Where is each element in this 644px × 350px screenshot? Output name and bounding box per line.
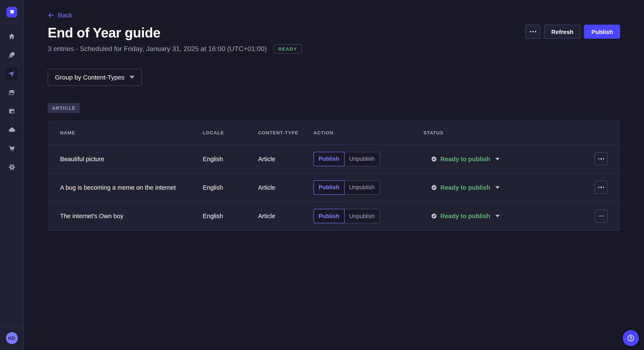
row-actions <box>594 209 608 223</box>
column-header-locale: LOCALE <box>203 130 258 135</box>
back-label: Back <box>58 11 72 19</box>
subtitle-row: 3 entries - Scheduled for Friday, Januar… <box>48 44 620 53</box>
sidebar-item-home[interactable] <box>6 30 18 42</box>
status-badge: READY <box>274 44 302 53</box>
entry-status[interactable]: Ready to publish <box>423 156 588 162</box>
entry-content-type: Article <box>258 156 314 162</box>
entry-locale: English <box>203 213 258 219</box>
cart-icon <box>8 145 16 152</box>
action-toggle: Publish Unpublish <box>314 209 423 223</box>
row-more-button[interactable] <box>594 152 608 166</box>
sidebar-item-releases[interactable] <box>6 68 18 80</box>
home-icon <box>8 32 15 40</box>
main-content: Back End of Year guide 3 entries - Sched… <box>24 0 644 350</box>
images-icon <box>8 89 15 96</box>
column-header-content-type: CONTENT-TYPE <box>258 130 314 135</box>
ellipsis-icon <box>598 158 604 159</box>
action-toggle: Publish Unpublish <box>314 152 423 166</box>
ellipsis-icon <box>598 215 604 216</box>
ellipsis-icon <box>530 31 536 32</box>
entry-status[interactable]: Ready to publish <box>423 213 588 219</box>
row-actions <box>594 181 608 194</box>
chevron-down-icon <box>130 76 134 79</box>
logo-container[interactable] <box>0 0 24 24</box>
paper-plane-icon <box>8 70 15 77</box>
sidebar: KD <box>0 0 24 350</box>
chevron-down-icon <box>495 158 500 160</box>
unpublish-toggle-button[interactable]: Unpublish <box>344 209 380 223</box>
entry-locale: English <box>203 184 258 191</box>
publish-toggle-button[interactable]: Publish <box>314 152 344 166</box>
column-header-name: NAME <box>60 130 203 135</box>
sidebar-item-cloud[interactable] <box>6 124 18 136</box>
app-root: KD Back End of Year guide 3 entries - Sc… <box>0 0 644 350</box>
chevron-down-icon <box>495 215 500 217</box>
question-circle-icon <box>626 334 635 342</box>
sidebar-nav <box>0 24 24 173</box>
content-type-group-badge: ARTICLE <box>48 103 80 113</box>
check-circle-icon <box>431 156 437 162</box>
sidebar-item-settings[interactable] <box>6 161 18 173</box>
sidebar-item-content-manager[interactable] <box>6 49 18 61</box>
table-row: The internet's Own boy English Article P… <box>48 202 620 230</box>
publish-button[interactable]: Publish <box>584 25 620 39</box>
column-header-status: STATUS <box>423 130 588 135</box>
check-circle-icon <box>431 213 437 219</box>
help-button[interactable] <box>623 330 639 346</box>
entries-table: NAME LOCALE CONTENT-TYPE ACTION STATUS B… <box>48 121 620 231</box>
table-row: Beautiful picture English Article Publis… <box>48 145 620 173</box>
sidebar-item-marketplace[interactable] <box>6 143 18 154</box>
unpublish-toggle-button[interactable]: Unpublish <box>344 152 380 166</box>
check-circle-icon <box>431 184 437 190</box>
table-row: A bug is becoming a meme on the internet… <box>48 173 620 202</box>
entry-name: A bug is becoming a meme on the internet <box>60 184 203 191</box>
publish-toggle-button[interactable]: Publish <box>314 180 344 194</box>
action-toggle: Publish Unpublish <box>314 180 423 194</box>
feather-icon <box>8 51 15 58</box>
entry-status[interactable]: Ready to publish <box>423 184 588 191</box>
release-subtitle: 3 entries - Scheduled for Friday, Januar… <box>48 45 267 52</box>
group-by-label: Group by Content-Types <box>55 74 124 81</box>
entry-name: The internet's Own boy <box>60 213 203 219</box>
status-label: Ready to publish <box>440 213 490 219</box>
more-button[interactable] <box>526 25 541 39</box>
sidebar-item-content-type-builder[interactable] <box>6 105 18 117</box>
column-header-action: ACTION <box>314 130 423 135</box>
cloud-icon <box>8 126 16 134</box>
layout-icon <box>8 107 15 115</box>
unpublish-toggle-button[interactable]: Unpublish <box>344 180 380 194</box>
sidebar-item-media-library[interactable] <box>6 86 18 98</box>
publish-toggle-button[interactable]: Publish <box>314 209 344 223</box>
row-actions <box>594 152 608 166</box>
row-more-button[interactable] <box>594 209 608 223</box>
entry-content-type: Article <box>258 184 314 191</box>
refresh-button[interactable]: Refresh <box>544 25 581 39</box>
table-header: NAME LOCALE CONTENT-TYPE ACTION STATUS <box>48 121 620 145</box>
entry-content-type: Article <box>258 213 314 219</box>
status-label: Ready to publish <box>440 184 490 191</box>
group-by-select[interactable]: Group by Content-Types <box>48 69 142 86</box>
header-actions: Refresh Publish <box>526 25 620 39</box>
chevron-down-icon <box>495 186 500 189</box>
strapi-logo <box>6 6 17 17</box>
strapi-logo-icon <box>7 7 16 16</box>
entry-name: Beautiful picture <box>60 156 203 162</box>
sidebar-footer: KD <box>0 326 24 350</box>
entry-locale: English <box>203 156 258 162</box>
ellipsis-icon <box>598 187 604 188</box>
gear-icon <box>8 163 16 171</box>
status-label: Ready to publish <box>440 156 490 162</box>
back-link[interactable]: Back <box>48 11 72 19</box>
avatar[interactable]: KD <box>6 332 18 344</box>
row-more-button[interactable] <box>594 181 608 194</box>
arrow-left-icon <box>48 12 54 18</box>
